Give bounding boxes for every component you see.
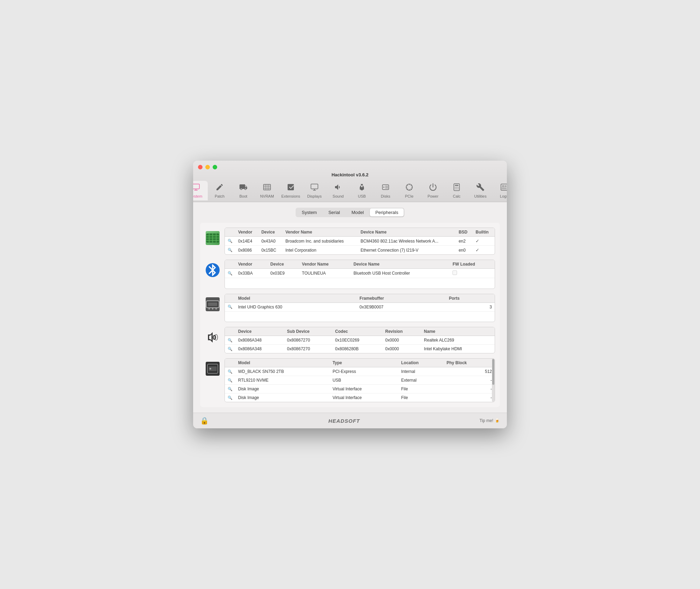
toolbar-item-extensions[interactable]: Extensions (279, 181, 303, 200)
svg-point-24 (456, 189, 457, 189)
toolbar-label-pcie: PCIe (405, 194, 413, 198)
bt-col-vendor: Vendor (235, 260, 268, 269)
toolbar-label-system: System (193, 194, 202, 198)
disk-col-model: Model (235, 359, 330, 367)
lock-icon: 🔒 (200, 416, 209, 425)
disks-section: Model Type Location Phy Block 🔍 WD_BLACK… (205, 358, 495, 402)
audio-icon (205, 330, 220, 345)
search-icon[interactable]: 🔍 (225, 376, 235, 385)
network-col-bsd: BSD (456, 228, 473, 237)
bt-col-fw: FW Loaded (450, 260, 495, 269)
svg-rect-1 (194, 190, 198, 191)
toolbar-item-sound[interactable]: Sound (326, 181, 350, 200)
beer-icon: 🍺 (495, 418, 500, 423)
toolbar-label-displays: Displays (307, 194, 322, 198)
disk-col-location: Location (398, 359, 444, 367)
tab-model[interactable]: Model (346, 208, 369, 216)
table-row: 🔍 0x8086A348 0x80867270 0x8086280B 0x000… (225, 345, 495, 353)
titlebar: Hackintool v3.6.2 System (193, 161, 507, 202)
bt-col-device: Device (268, 260, 299, 269)
table-row-empty (225, 278, 495, 289)
gpu-col-search (225, 294, 235, 303)
network-col-device-name: Device Name (358, 228, 456, 237)
toolbar-item-power[interactable]: Power (421, 181, 445, 200)
network-col-builtin: Builtin (473, 228, 495, 237)
toolbar-item-utilities[interactable]: Utilities (469, 181, 492, 200)
search-icon[interactable]: 🔍 (225, 303, 235, 311)
tab-serial[interactable]: Serial (323, 208, 345, 216)
toolbar-item-system[interactable]: System (193, 181, 208, 200)
disks-icon (381, 183, 390, 193)
toolbar-label-patch: Patch (215, 194, 225, 198)
calc-icon (452, 183, 461, 193)
audio-col-device: Device (235, 327, 284, 336)
svg-rect-26 (501, 184, 507, 190)
window-title: Hackintool v3.6.2 (332, 172, 368, 177)
svg-rect-19 (455, 185, 458, 186)
svg-point-27 (502, 185, 504, 187)
bt-col-search (225, 260, 235, 269)
toolbar-item-pcie[interactable]: PCIe (397, 181, 421, 200)
search-icon[interactable]: 🔍 (225, 345, 235, 353)
network-icon (205, 230, 220, 246)
audio-col-revision: Revision (382, 327, 421, 336)
table-row: 🔍 0x33BA 0x03E9 TOULINEUA Bluetooth USB … (225, 269, 495, 278)
minimize-button[interactable] (205, 165, 210, 169)
toolbar: System Patch Boot (198, 181, 502, 202)
toolbar-label-power: Power (427, 194, 438, 198)
gpu-section: Model Framebuffer Ports 🔍 Intel UHD Grap… (205, 294, 495, 322)
toolbar-label-calc: Calc (453, 194, 461, 198)
toolbar-item-usb[interactable]: USB (350, 181, 374, 200)
disk-icon (205, 361, 220, 376)
sub-tab-bar: System Serial Model Peripherals (200, 208, 500, 217)
search-icon[interactable]: 🔍 (225, 393, 235, 402)
search-icon[interactable]: 🔍 (225, 269, 235, 278)
toolbar-label-utilities: Utilities (474, 194, 486, 198)
table-row: 🔍 0x14E4 0x43A0 Broadcom Inc. and subsid… (225, 237, 495, 246)
disk-col-type: Type (330, 359, 398, 367)
displays-icon (310, 183, 319, 193)
table-row: 🔍 0x8086A348 0x80867270 0x10EC0269 0x000… (225, 336, 495, 345)
toolbar-label-nvram: NVRAM (260, 194, 274, 198)
svg-rect-9 (311, 184, 318, 189)
audio-col-codec: Codec (332, 327, 382, 336)
fw-loaded-checkbox[interactable] (452, 270, 457, 275)
svg-point-22 (458, 187, 458, 188)
logs-icon (500, 183, 507, 193)
footer: 🔒 HEADSOFT Tip me! 🍺 (193, 413, 507, 428)
svg-point-20 (455, 187, 456, 188)
patch-icon (215, 183, 224, 193)
search-icon[interactable]: 🔍 (225, 336, 235, 345)
disks-table: Model Type Location Phy Block 🔍 WD_BLACK… (225, 358, 495, 402)
search-icon[interactable]: 🔍 (225, 246, 235, 255)
network-col-vendor: Vendor (235, 228, 259, 237)
disk-col-phy: Phy Block (444, 359, 495, 367)
svg-point-13 (383, 187, 385, 188)
tab-system[interactable]: System (296, 208, 322, 216)
system-icon (193, 183, 200, 193)
bluetooth-section: Vendor Device Vendor Name Device Name FW… (205, 260, 495, 289)
toolbar-item-patch[interactable]: Patch (208, 181, 231, 200)
utilities-icon (476, 183, 485, 193)
tab-peripherals[interactable]: Peripherals (370, 208, 404, 216)
maximize-button[interactable] (213, 165, 217, 169)
search-icon[interactable]: 🔍 (225, 385, 235, 393)
audio-table: Device Sub Device Codec Revision Name 🔍 … (225, 327, 495, 353)
search-icon[interactable]: 🔍 (225, 237, 235, 246)
toolbar-item-boot[interactable]: Boot (231, 181, 255, 200)
tip-area[interactable]: Tip me! 🍺 (479, 418, 500, 423)
toolbar-item-calc[interactable]: Calc (445, 181, 469, 200)
toolbar-item-displays[interactable]: Displays (303, 181, 326, 200)
headsoft-logo: HEADSOFT (328, 418, 360, 424)
toolbar-item-logs[interactable]: Logs (492, 181, 507, 200)
network-col-device: Device (259, 228, 283, 237)
toolbar-label-sound: Sound (333, 194, 344, 198)
gpu-col-framebuffer: Framebuffer (357, 294, 446, 303)
network-table: Vendor Device Vendor Name Device Name BS… (225, 228, 495, 255)
audio-col-subdevice: Sub Device (284, 327, 332, 336)
toolbar-item-disks[interactable]: Disks (374, 181, 397, 200)
close-button[interactable] (198, 165, 203, 169)
search-icon[interactable]: 🔍 (225, 367, 235, 376)
toolbar-item-nvram[interactable]: NVRAM (255, 181, 279, 200)
svg-point-48 (210, 368, 211, 370)
